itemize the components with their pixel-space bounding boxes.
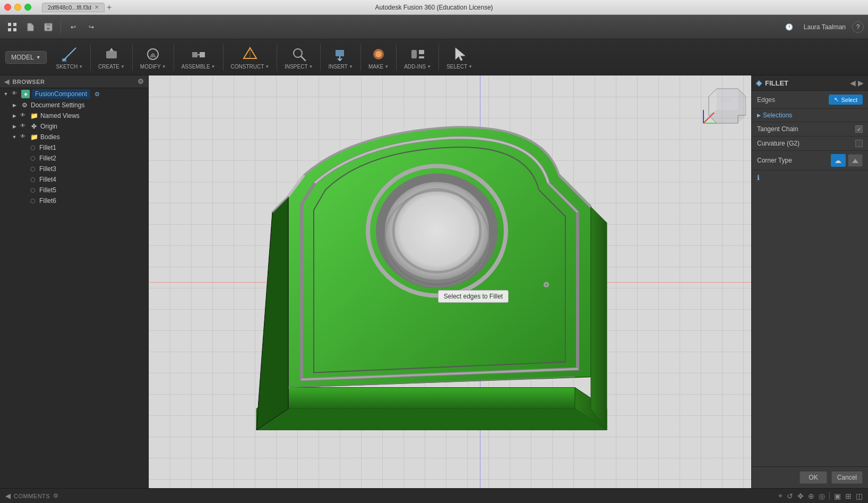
assemble-tool[interactable]: ASSEMBLE▼: [177, 42, 220, 72]
fillet-icon: ⬡: [29, 143, 37, 152]
svg-rect-3: [13, 28, 16, 31]
create-tool[interactable]: CREATE▼: [94, 42, 129, 72]
tree-item-fillet5[interactable]: ⬡ Fillet5: [0, 185, 148, 195]
sketch-tool[interactable]: SKETCH▼: [52, 42, 87, 72]
inspect-tool[interactable]: INSPECT▼: [280, 42, 317, 72]
fillet-icon: ⬡: [29, 175, 37, 184]
selections-section[interactable]: ▶ Selections: [752, 109, 868, 122]
tree-item-fillet3[interactable]: ⬡ Fillet3: [0, 164, 148, 174]
select-cursor-icon: ↖: [834, 96, 839, 103]
redo-icon[interactable]: ↪: [83, 19, 99, 35]
fillet-icon: ⬡: [29, 197, 37, 205]
component-icon: ◈: [21, 90, 30, 98]
tangent-chain-row: Tangent Chain: [752, 122, 868, 137]
expand-arrow: ▶: [11, 123, 18, 130]
tree-item-origin[interactable]: ▶ 👁 ✤ Origin: [0, 121, 148, 132]
nav-home-icon[interactable]: ⌖: [778, 491, 783, 500]
sidebar-settings-icon[interactable]: ⚙: [137, 78, 144, 86]
eye-icon[interactable]: 👁: [20, 123, 28, 130]
file-icon[interactable]: [22, 19, 38, 35]
modify-tool[interactable]: MODIFY▼: [136, 42, 170, 72]
curvature-g2-checkbox[interactable]: [855, 140, 863, 147]
corner-type-button-1[interactable]: [831, 154, 846, 167]
corner-type-label: Corner Type: [757, 157, 792, 164]
component-label: FusionComponent: [32, 89, 90, 99]
statusbar-left: ◀ COMMENTS ⚙: [5, 492, 58, 500]
save-icon[interactable]: [40, 19, 56, 35]
tree-item-fusioncomponent[interactable]: ▼ 👁 ◈ FusionComponent ⚙: [0, 88, 148, 100]
svg-point-32: [385, 185, 489, 283]
eye-icon[interactable]: 👁: [12, 90, 19, 98]
statusbar: ◀ COMMENTS ⚙ ⌖ ↺ ✥ ⊕ ◎ ▣ ⊞ ◫: [0, 488, 868, 503]
tree-item-namedviews[interactable]: ▶ 👁 📁 Named Views: [0, 110, 148, 121]
info-icon: ℹ: [757, 174, 760, 182]
expand-arrow: ▶: [11, 101, 18, 109]
fillet-title-text: FILLET: [765, 79, 788, 87]
fillet5-label: Fillet5: [39, 186, 56, 194]
select-tool[interactable]: SELECT▼: [442, 42, 477, 72]
make-label: MAKE▼: [368, 64, 389, 70]
apps-icon[interactable]: [4, 19, 20, 35]
panel-collapse-icon[interactable]: ◀: [850, 79, 856, 87]
svg-rect-19: [411, 50, 417, 58]
select-edges-button[interactable]: ↖ Select: [829, 95, 863, 105]
browser-collapse-icon[interactable]: ◀: [4, 78, 10, 86]
tangent-chain-checkbox[interactable]: [855, 125, 863, 133]
new-tab-button[interactable]: +: [107, 3, 111, 12]
construct-label: CONSTRUCT▼: [231, 64, 270, 70]
component-settings-icon[interactable]: ⚙: [94, 91, 100, 98]
make-tool[interactable]: MAKE▼: [364, 42, 393, 72]
folder-icon: 📁: [30, 112, 38, 120]
tab-close-icon[interactable]: ✕: [94, 4, 99, 10]
view-options-icon[interactable]: ◫: [856, 492, 863, 500]
docsettings-label: Document Settings: [31, 101, 84, 109]
display-mode-icon[interactable]: ▣: [834, 492, 841, 500]
minimize-button[interactable]: [14, 4, 21, 11]
settings-icon: ⚙: [20, 101, 29, 109]
viewport-canvas[interactable]: Select edges to Fillet TOP: [149, 75, 751, 488]
construct-tool[interactable]: CONSTRUCT▼: [227, 42, 274, 72]
undo-icon[interactable]: ↩: [65, 19, 81, 35]
viewcube[interactable]: TOP: [698, 81, 746, 129]
tree-item-bodies[interactable]: ▼ 👁 📁 Bodies: [0, 132, 148, 142]
ok-button[interactable]: OK: [800, 471, 827, 484]
user-label[interactable]: Laura Taalman: [804, 23, 846, 31]
tree-item-fillet6[interactable]: ⬡ Fillet6: [0, 195, 148, 206]
grid-icon[interactable]: ⊞: [845, 492, 852, 500]
corner-type-button-2[interactable]: [848, 154, 863, 167]
statusbar-collapse-icon[interactable]: ◀: [5, 492, 11, 500]
comments-expand-icon[interactable]: ⚙: [53, 492, 58, 499]
fillet-title: ◈ FILLET: [756, 79, 788, 87]
cancel-button[interactable]: Cancel: [831, 471, 863, 484]
insert-tool[interactable]: INSERT▼: [324, 42, 357, 72]
fillet3-label: Fillet3: [39, 165, 56, 173]
curvature-g2-row: Curvature (G2): [752, 137, 868, 151]
sidebar: ◀ BROWSER ⚙ ▼ 👁 ◈ FusionComponent ⚙ ▶ ⚙ …: [0, 75, 149, 488]
panel-expand-icon[interactable]: ▶: [858, 79, 864, 87]
nav-look-icon[interactable]: ◎: [819, 492, 825, 500]
fillet4-label: Fillet4: [39, 176, 56, 183]
eye-icon[interactable]: 👁: [20, 112, 28, 120]
clock-icon[interactable]: 🕐: [781, 19, 797, 35]
tree-item-fillet2[interactable]: ⬡ Fillet2: [0, 153, 148, 164]
separator: [61, 21, 61, 33]
titlebar: 2df848c0...f8.f3d ✕ + Autodesk Fusion 36…: [0, 0, 868, 15]
sketch-icon: [60, 45, 79, 64]
maximize-button[interactable]: [24, 4, 31, 11]
nav-orbit-icon[interactable]: ↺: [787, 492, 793, 500]
nav-pan-icon[interactable]: ✥: [797, 492, 804, 500]
tree-item-fillet1[interactable]: ⬡ Fillet1: [0, 142, 148, 153]
model-mode-button[interactable]: MODEL ▼: [5, 51, 47, 64]
tree-item-fillet4[interactable]: ⬡ Fillet4: [0, 174, 148, 185]
addins-tool[interactable]: ADD-INS▼: [400, 42, 435, 72]
tool-separator-6: [320, 44, 321, 71]
nav-zoom-icon[interactable]: ⊕: [808, 492, 814, 500]
eye-icon[interactable]: 👁: [20, 133, 28, 141]
help-icon[interactable]: ?: [852, 21, 864, 33]
close-button[interactable]: [4, 4, 11, 11]
inspect-icon: [289, 45, 308, 64]
active-tab[interactable]: 2df848c0...f8.f3d ✕: [42, 3, 105, 12]
tree-item-docsettings[interactable]: ▶ ⚙ Document Settings: [0, 100, 148, 110]
model-dropdown-icon: ▼: [36, 55, 41, 60]
folder-icon: 📁: [30, 133, 38, 141]
